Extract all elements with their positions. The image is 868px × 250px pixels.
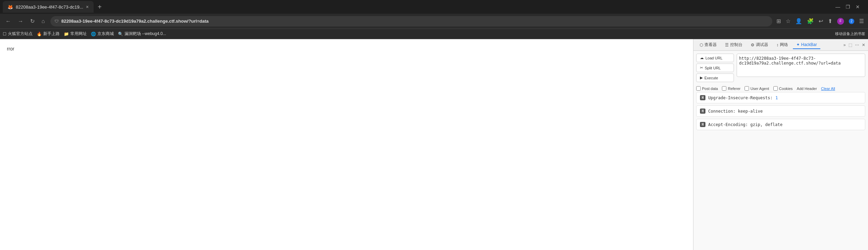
devtools-tab-network[interactable]: ↕ 网络: [773, 41, 792, 49]
bookmarks-bar: ☐ 火狐官方站点 🔥 新手上路 📁 常用网址 🌐 京东商城 🔍 漏洞靶场 --w…: [0, 29, 868, 39]
console-icon: ☰: [725, 43, 729, 47]
new-tab-button[interactable]: +: [95, 2, 105, 12]
url-suffix: /?url=data: [187, 19, 209, 24]
share-icon[interactable]: ⬆: [828, 18, 832, 24]
debugger-icon: ⚙: [751, 43, 754, 47]
referer-label: Referer: [728, 87, 740, 91]
toolbar-icons: ⊞ ☆ 👤 🧩 ↩ ⬆ F 2 ☰: [776, 18, 864, 25]
header-key-2: Accept-Encoding: gzip, deflate: [708, 122, 783, 127]
active-tab[interactable]: 🦊 82208aa3-19ee-4f47-8c73-dc19... ×: [3, 1, 94, 13]
bookmark-icon-1: 🔥: [37, 32, 42, 36]
user-agent-checkbox[interactable]: [745, 86, 749, 91]
header-key-1: Connection: keep-alive: [708, 109, 763, 114]
inspector-label: 查看器: [704, 42, 717, 48]
bookmark-icon-0: ☐: [3, 32, 7, 36]
maximize-button[interactable]: ❐: [846, 4, 850, 10]
cookies-checkbox-label[interactable]: Cookies: [773, 86, 793, 91]
user-agent-checkbox-label[interactable]: User Agent: [745, 86, 769, 91]
url-section: ☁ Load URL ✂ Split URL ▶ Execute http://…: [696, 54, 865, 82]
main-content: rror ⬡ 查看器 ☰ 控制台 ⚙ 调试器 ↕ 网络 ✦ HackBa: [0, 39, 868, 250]
devtools-toolbar: ⬡ 查看器 ☰ 控制台 ⚙ 调试器 ↕ 网络 ✦ HackBar » ⬚: [693, 39, 868, 51]
page-content: rror: [0, 39, 693, 250]
bookmark-icon-2: 📁: [64, 32, 69, 36]
header-badge-1: H: [700, 109, 705, 114]
tab-bar: 🦊 82208aa3-19ee-4f47-8c73-dc19... × + — …: [0, 0, 868, 14]
post-data-checkbox[interactable]: [696, 86, 701, 91]
back-button[interactable]: ←: [4, 17, 12, 26]
devtools-right-controls: » ⬚ ⋯ ✕: [843, 43, 865, 47]
bookmark-label-3: 京东商城: [97, 31, 114, 37]
bookmark-item-3[interactable]: 🌐 京东商城: [91, 31, 114, 37]
post-data-checkbox-label[interactable]: Post data: [696, 86, 718, 91]
execute-label: Execute: [704, 76, 718, 80]
console-label: 控制台: [730, 42, 742, 48]
header-badge-2: H: [700, 122, 705, 127]
tab-favicon: 🦊: [8, 4, 13, 10]
minimize-button[interactable]: —: [835, 4, 840, 10]
url-buttons: ☁ Load URL ✂ Split URL ▶ Execute: [696, 54, 734, 82]
security-icon: 🛡: [55, 19, 59, 24]
mobile-bookmarks[interactable]: 移动设备上的书签: [835, 31, 865, 36]
execute-button[interactable]: ▶ Execute: [696, 73, 734, 82]
split-url-button[interactable]: ✂ Split URL: [696, 64, 734, 72]
menu-button[interactable]: ☰: [859, 18, 864, 24]
more-tools-icon[interactable]: »: [843, 43, 846, 47]
post-data-label: Post data: [702, 87, 718, 91]
header-key-0: Upgrade-Insecure-Requests:: [708, 95, 773, 100]
bookmark-label-2: 常用网址: [70, 31, 87, 37]
url-domain: ctf.show: [169, 19, 187, 24]
load-url-icon: ☁: [700, 56, 704, 60]
cookies-checkbox[interactable]: [773, 86, 778, 91]
forward-button[interactable]: →: [16, 17, 25, 26]
close-button[interactable]: ✕: [856, 4, 860, 10]
bookmark-icon-3: 🌐: [91, 32, 96, 36]
error-text: rror: [7, 46, 14, 52]
mobile-bookmarks-label: 移动设备上的书签: [835, 31, 865, 36]
referer-checkbox[interactable]: [722, 86, 726, 91]
account-icon[interactable]: 👤: [795, 18, 802, 24]
hackbar-panel: ☁ Load URL ✂ Split URL ▶ Execute http://…: [693, 51, 868, 250]
cookies-label: Cookies: [779, 87, 793, 91]
window-controls: — ❐ ✕: [835, 4, 865, 10]
header-item-1: H Connection: keep-alive: [696, 105, 865, 117]
devtools-close-button[interactable]: ✕: [862, 43, 865, 47]
bookmark-item-2[interactable]: 📁 常用网址: [64, 31, 87, 37]
devtools-tab-hackbar[interactable]: ✦ HackBar: [793, 41, 820, 49]
devtools-tab-debugger[interactable]: ⚙ 调试器: [747, 41, 772, 49]
add-header-button[interactable]: Add Header: [797, 87, 817, 91]
profile-avatar[interactable]: F: [837, 18, 844, 25]
hackbar-label: HackBar: [801, 42, 817, 47]
home-button[interactable]: ⌂: [40, 17, 46, 26]
split-url-label: Split URL: [705, 66, 721, 70]
load-url-label: Load URL: [705, 56, 723, 60]
referer-checkbox-label[interactable]: Referer: [722, 86, 740, 91]
bookmark-icon-4: 🔍: [118, 32, 123, 36]
split-url-icon: ✂: [700, 66, 703, 70]
url-prefix: 82208aa3-19ee-4f47-8c73-dc19d19a79a2.cha…: [61, 19, 169, 24]
bookmark-item-1[interactable]: 🔥 新手上路: [37, 31, 60, 37]
bookmark-item-0[interactable]: ☐ 火狐官方站点: [3, 31, 33, 37]
popout-icon[interactable]: ⬚: [848, 43, 852, 47]
devtools-tab-inspector[interactable]: ⬡ 查看器: [696, 41, 720, 49]
undo-icon[interactable]: ↩: [819, 18, 823, 24]
bookmark-label-1: 新手上路: [43, 31, 60, 37]
header-value-0: 1: [775, 95, 778, 100]
bookmark-item-4[interactable]: 🔍 漏洞靶场 --webug4.0...: [118, 31, 166, 37]
devtools-panel: ⬡ 查看器 ☰ 控制台 ⚙ 调试器 ↕ 网络 ✦ HackBar » ⬚: [693, 39, 868, 250]
grid-icon[interactable]: ⊞: [776, 18, 781, 24]
user-agent-label: User Agent: [750, 87, 769, 91]
notifications-badge: 2: [849, 19, 854, 24]
extensions-icon[interactable]: 🧩: [807, 18, 814, 24]
clear-all-button[interactable]: Clear All: [821, 87, 835, 91]
url-bar[interactable]: 🛡 82208aa3-19ee-4f47-8c73-dc19d19a79a2.c…: [50, 16, 772, 26]
devtools-tab-console[interactable]: ☰ 控制台: [722, 41, 746, 49]
bookmark-label-4: 漏洞靶场 --webug4.0...: [124, 31, 166, 37]
refresh-button[interactable]: ↻: [29, 16, 36, 26]
load-url-button[interactable]: ☁ Load URL: [696, 54, 734, 62]
devtools-menu-icon[interactable]: ⋯: [855, 43, 859, 47]
header-item-2: H Accept-Encoding: gzip, deflate: [696, 119, 865, 130]
url-input[interactable]: http://82208aa3-19ee-4f47-8c73-dc19d19a7…: [737, 54, 865, 77]
tab-close-button[interactable]: ×: [86, 4, 89, 10]
star-icon[interactable]: ☆: [786, 18, 790, 24]
header-badge-0: H: [700, 95, 705, 100]
